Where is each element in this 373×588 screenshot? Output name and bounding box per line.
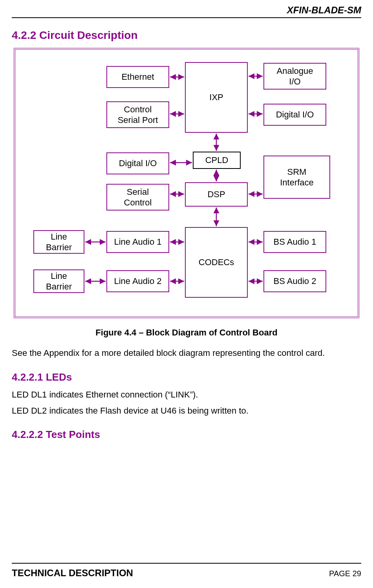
footer-page-number: PAGE 29	[329, 569, 361, 578]
figure-caption: Figure 4.4 – Block Diagram of Control Bo…	[12, 328, 361, 338]
box-line-barrier-2: LineBarrier	[33, 269, 84, 293]
box-serial-control: SerialControl	[106, 184, 169, 211]
box-control-serial-port: ControlSerial Port	[106, 101, 169, 128]
box-ethernet: Ethernet	[106, 66, 169, 88]
block-diagram: Ethernet IXP AnalogueI/O ControlSerial P…	[14, 48, 359, 318]
box-analogue-io: AnalogueI/O	[263, 63, 326, 90]
box-cpld: CPLD	[193, 152, 241, 169]
box-digital-io-left: Digital I/O	[106, 152, 169, 174]
led-dl2-text: LED DL2 indicates the Flash device at U4…	[12, 405, 361, 417]
header-rule	[12, 17, 361, 18]
page-footer: TECHNICAL DESCRIPTION PAGE 29	[12, 563, 361, 579]
led-dl1-text: LED DL1 indicates Ethernet connection (“…	[12, 389, 361, 401]
appendix-reference: See the Appendix for a more detailed blo…	[12, 347, 361, 359]
box-line-audio-2: Line Audio 2	[106, 270, 169, 292]
leds-heading: 4.2.2.1 LEDs	[12, 371, 361, 383]
box-digital-io-right: Digital I/O	[263, 104, 326, 126]
box-dsp: DSP	[185, 182, 248, 207]
footer-rule	[12, 563, 361, 564]
box-line-audio-1: Line Audio 1	[106, 231, 169, 253]
box-line-barrier-1: LineBarrier	[33, 230, 84, 254]
product-header: XFIN-BLADE-SM	[12, 0, 361, 17]
section-heading: 4.2.2 Circuit Description	[12, 29, 361, 42]
box-ixp: IXP	[185, 62, 248, 133]
footer-title: TECHNICAL DESCRIPTION	[12, 568, 133, 579]
box-srm-interface: SRMInterface	[263, 156, 330, 199]
test-points-heading: 4.2.2.2 Test Points	[12, 429, 361, 441]
box-bs-audio-1: BS Audio 1	[263, 231, 326, 253]
box-bs-audio-2: BS Audio 2	[263, 270, 326, 292]
box-codecs: CODECs	[185, 227, 248, 298]
